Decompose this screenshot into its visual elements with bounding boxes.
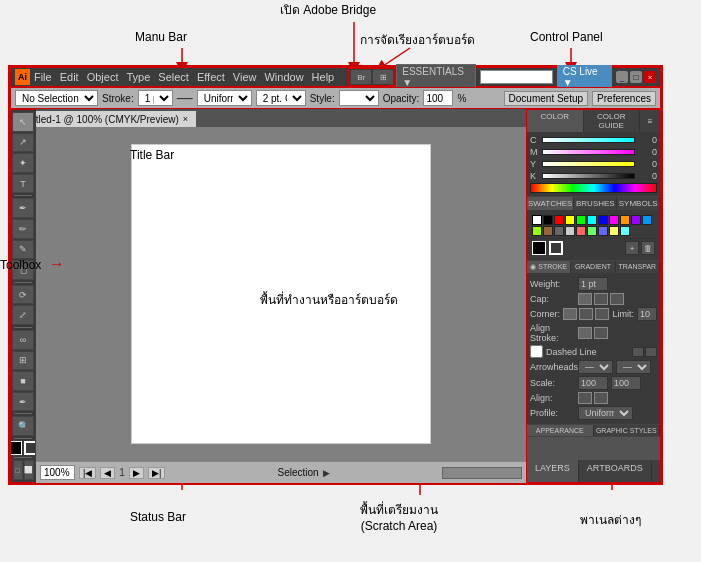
tab-artboards[interactable]: ARTBOARDS (579, 460, 652, 482)
tab-appearance[interactable]: APPEARANCE (527, 425, 594, 436)
swatch-lightgray[interactable] (565, 226, 575, 236)
preferences-button[interactable]: Preferences (592, 91, 656, 106)
maximize-button[interactable]: □ (630, 71, 642, 83)
menu-file[interactable]: File (34, 71, 52, 83)
new-swatch-btn[interactable]: + (625, 241, 639, 255)
fullscreen-mode-btn[interactable]: ⬜ (24, 460, 34, 480)
swatch-red[interactable] (554, 215, 564, 225)
y-slider[interactable] (542, 161, 635, 167)
swatch-lightblue[interactable] (642, 215, 652, 225)
swatch-lightgreen[interactable] (587, 226, 597, 236)
swatch-stroke[interactable] (549, 241, 563, 255)
tab-graphic-styles[interactable]: GRAPHIC STYLES (594, 425, 661, 436)
tab-swatches[interactable]: SWATCHES (527, 197, 574, 210)
swatch-lightyellow[interactable] (609, 226, 619, 236)
nav-next-button[interactable]: ▶ (129, 467, 144, 479)
align-right-btn[interactable] (594, 392, 608, 404)
swatch-white[interactable] (532, 215, 542, 225)
swatch-green[interactable] (576, 215, 586, 225)
style-dropdown[interactable] (339, 90, 379, 106)
nav-first-button[interactable]: |◀ (79, 467, 96, 479)
swatch-orange[interactable] (620, 215, 630, 225)
close-button[interactable]: × (644, 71, 656, 83)
dash-type-2[interactable] (645, 347, 657, 357)
nav-prev-button[interactable]: ◀ (100, 467, 115, 479)
swatch-periwinkle[interactable] (598, 226, 608, 236)
document-setup-button[interactable]: Document Setup (504, 91, 589, 106)
swatch-blue[interactable] (598, 215, 608, 225)
bridge-button[interactable]: Br (351, 70, 371, 84)
tool-gradient[interactable]: ■ (12, 371, 34, 391)
weight-input[interactable] (578, 277, 608, 291)
swatch-magenta[interactable] (609, 215, 619, 225)
k-slider[interactable] (542, 173, 635, 179)
document-tab[interactable]: Untitled-1 @ 100% (CMYK/Preview) × (10, 111, 196, 127)
swatch-cyan[interactable] (587, 215, 597, 225)
selection-dropdown[interactable]: No Selection (15, 90, 98, 106)
c-slider[interactable] (542, 137, 635, 143)
tab-close-button[interactable]: × (183, 114, 188, 124)
arrowhead-start[interactable]: — (578, 360, 613, 374)
swatch-lightred[interactable] (576, 226, 586, 236)
artboards-button[interactable]: ⊞ (373, 70, 393, 84)
tab-color[interactable]: COLOR (527, 110, 584, 132)
menu-effect[interactable]: Effect (197, 71, 225, 83)
dash-type-1[interactable] (632, 347, 644, 357)
tab-gradient[interactable]: GRADIENT (571, 261, 615, 273)
align-center-btn[interactable] (578, 327, 592, 339)
swatch-black[interactable] (543, 215, 553, 225)
tool-selection[interactable]: ↖ (12, 112, 34, 132)
m-slider[interactable] (542, 149, 635, 155)
tool-mesh[interactable]: ⊞ (12, 351, 34, 371)
cap-projecting-btn[interactable] (610, 293, 624, 305)
delete-swatch-btn[interactable]: 🗑 (641, 241, 655, 255)
cap-butt-btn[interactable] (578, 293, 592, 305)
arrowhead-end[interactable]: — (616, 360, 651, 374)
menu-object[interactable]: Object (87, 71, 119, 83)
tab-brushes[interactable]: BRUSHES (574, 197, 617, 210)
tab-color-guide[interactable]: COLOR GUIDE (584, 110, 641, 132)
swatch-purple[interactable] (631, 215, 641, 225)
stroke-color[interactable] (24, 441, 36, 455)
tool-eyedropper[interactable]: ✒ (12, 392, 34, 412)
fill-color[interactable] (10, 441, 22, 455)
menu-select[interactable]: Select (158, 71, 189, 83)
swatch-gray[interactable] (554, 226, 564, 236)
swatch-fill[interactable] (532, 241, 546, 255)
panel-menu-icon[interactable]: ≡ (640, 110, 660, 132)
menu-view[interactable]: View (233, 71, 257, 83)
zoom-input[interactable] (40, 465, 75, 480)
stroke-style-dropdown[interactable]: Uniform (197, 90, 252, 106)
tool-brush[interactable]: ✏ (12, 219, 34, 239)
normal-mode-btn[interactable]: □ (13, 460, 23, 480)
swatch-brown[interactable] (543, 226, 553, 236)
stroke-weight-input[interactable]: 1 pt (138, 90, 173, 106)
cs-live-button[interactable]: CS Live ▼ (557, 65, 612, 89)
tab-transparency[interactable]: TRANSPAR (616, 261, 660, 273)
scale-h-input[interactable] (611, 376, 641, 390)
menu-window[interactable]: Window (264, 71, 303, 83)
swatch-yellow[interactable] (565, 215, 575, 225)
minimize-button[interactable]: _ (616, 71, 628, 83)
limit-input[interactable] (637, 307, 657, 321)
menu-type[interactable]: Type (126, 71, 150, 83)
cap-round-btn[interactable] (594, 293, 608, 305)
menu-edit[interactable]: Edit (60, 71, 79, 83)
align-left-btn[interactable] (578, 392, 592, 404)
tab-layers[interactable]: LAYERS (527, 460, 579, 482)
scale-w-input[interactable] (578, 376, 608, 390)
opacity-input[interactable] (423, 90, 453, 106)
swatch-lime[interactable] (532, 226, 542, 236)
tool-zoom[interactable]: 🔍 (12, 416, 34, 436)
profile-dropdown[interactable]: Uniform (578, 406, 633, 420)
corner-bevel-btn[interactable] (595, 308, 609, 320)
tab-symbols[interactable]: SYMBOLS (617, 197, 660, 210)
nav-last-button[interactable]: ▶| (148, 467, 165, 479)
tool-scale[interactable]: ⤢ (12, 305, 34, 325)
menu-help[interactable]: Help (312, 71, 335, 83)
arrowhead-dropdown[interactable]: 2 pt. Oval (256, 90, 306, 106)
tool-type[interactable]: T (12, 174, 34, 194)
dashed-line-checkbox[interactable] (530, 345, 543, 358)
swatch-lightcyan[interactable] (620, 226, 630, 236)
align-inside-btn[interactable] (594, 327, 608, 339)
